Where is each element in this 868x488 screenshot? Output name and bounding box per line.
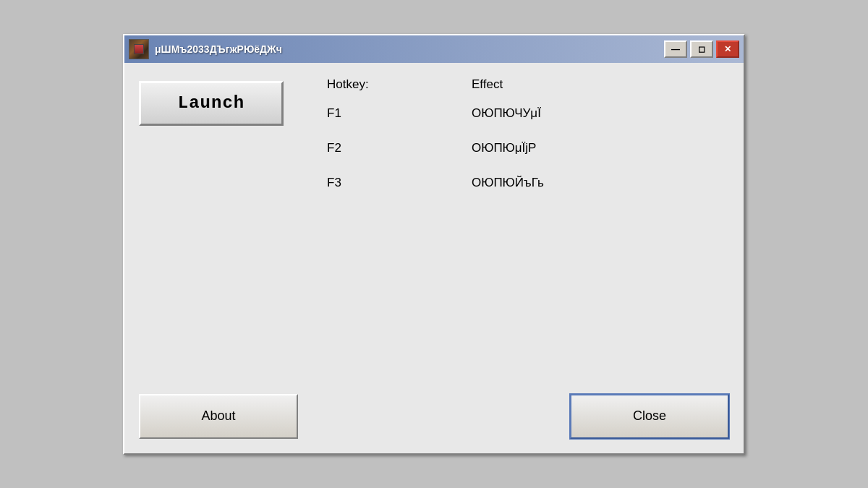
title-bar-left: μШМъ2033ДЪгжРЮёДЖч (129, 39, 282, 59)
about-button[interactable]: About (139, 394, 298, 439)
hotkey-table: Hotkey: Effect F1 ОЮПЮЧУμÏ F2 ОЮПЮμÏjP F… (327, 77, 729, 190)
close-button[interactable]: Close (570, 394, 729, 439)
table-header: Hotkey: Effect (327, 77, 729, 92)
effect-column-header: Effect (472, 77, 729, 92)
window-body: Launch Hotkey: Effect F1 ОЮПЮЧУμÏ F2 ОЮП… (124, 63, 744, 453)
table-row: F3 ОЮПЮЙъГь (327, 176, 729, 190)
effect-f3: ОЮПЮЙъГь (472, 176, 729, 190)
effect-f1: ОЮПЮЧУμÏ (472, 106, 729, 121)
window-close-button[interactable]: ✕ (716, 40, 739, 58)
effect-f2: ОЮПЮμÏjP (472, 141, 729, 155)
launch-button[interactable]: Launch (139, 81, 284, 126)
title-bar: μШМъ2033ДЪгжРЮёДЖч — ◻ ✕ (124, 35, 744, 63)
hotkey-column-header: Hotkey: (327, 77, 472, 92)
hotkey-f2: F2 (327, 141, 472, 155)
right-panel: Hotkey: Effect F1 ОЮПЮЧУμÏ F2 ОЮПЮμÏjP F… (312, 77, 729, 372)
title-bar-controls: — ◻ ✕ (664, 40, 739, 58)
hotkey-f3: F3 (327, 176, 472, 190)
bottom-bar: About Close (139, 380, 729, 439)
window-title: μШМъ2033ДЪгжРЮёДЖч (155, 43, 282, 55)
minimize-button[interactable]: — (664, 40, 687, 58)
left-panel: Launch (139, 77, 298, 372)
table-row: F1 ОЮПЮЧУμÏ (327, 106, 729, 121)
window-icon (129, 39, 149, 59)
main-content: Launch Hotkey: Effect F1 ОЮПЮЧУμÏ F2 ОЮП… (139, 77, 729, 372)
main-window: μШМъ2033ДЪгжРЮёДЖч — ◻ ✕ Launch Hotkey: … (123, 34, 745, 455)
hotkey-f1: F1 (327, 106, 472, 121)
table-row: F2 ОЮПЮμÏjP (327, 141, 729, 155)
restore-button[interactable]: ◻ (690, 40, 713, 58)
